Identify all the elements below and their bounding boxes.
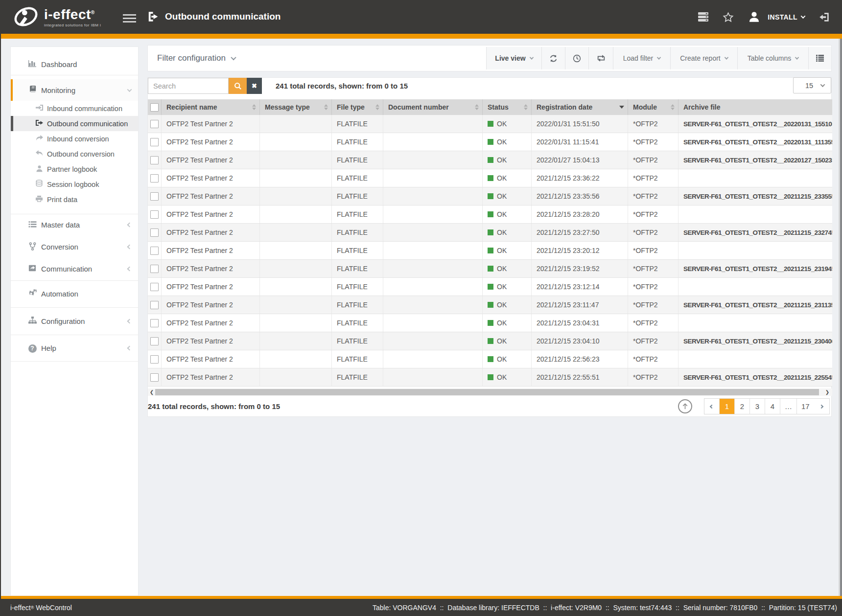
column-header-module[interactable]: Module	[628, 99, 678, 115]
table-header-row: Recipient name Message type File type Do…	[148, 99, 832, 115]
cell-status: OK	[483, 368, 532, 386]
column-header-file-type[interactable]: File type	[332, 99, 383, 115]
table-row[interactable]: OFTP2 Test Partner 2 FLATFILE OK 2021/12…	[148, 332, 832, 350]
sidebar-item-inbound-communication[interactable]: Inbound communication	[11, 101, 138, 116]
next-page-button[interactable]	[814, 399, 829, 414]
search-button[interactable]	[229, 78, 247, 94]
clear-search-button[interactable]: ✖	[247, 78, 262, 94]
select-all-checkbox[interactable]	[148, 99, 162, 115]
row-checkbox[interactable]	[148, 350, 162, 368]
user-menu[interactable]: INSTALL	[748, 10, 805, 23]
scroll-to-top-button[interactable]	[678, 399, 692, 413]
scroll-left-arrow[interactable]: ❮	[149, 388, 155, 396]
row-checkbox[interactable]	[148, 296, 162, 314]
sidebar-item-configuration[interactable]: Configuration	[11, 307, 138, 335]
cell-module: *OFTP2	[628, 296, 678, 314]
table-row[interactable]: OFTP2 Test Partner 2 FLATFILE OK 2021/12…	[148, 260, 832, 278]
sidebar-item-dashboard[interactable]: Dashboard	[11, 53, 138, 75]
row-checkbox[interactable]	[148, 314, 162, 332]
page-button-3[interactable]: 3	[750, 399, 765, 414]
row-checkbox[interactable]	[148, 278, 162, 296]
page-button-1[interactable]: 1	[720, 399, 735, 414]
row-checkbox[interactable]	[148, 332, 162, 350]
table-row[interactable]: OFTP2 Test Partner 2 FLATFILE OK 2022/01…	[148, 151, 832, 169]
table-row[interactable]: OFTP2 Test Partner 2 FLATFILE OK 2021/12…	[148, 242, 832, 260]
page-button-17[interactable]: 17	[797, 399, 814, 414]
row-checkbox[interactable]	[148, 368, 162, 386]
table-row[interactable]: OFTP2 Test Partner 2 FLATFILE OK 2021/12…	[148, 350, 832, 368]
sidebar-item-help[interactable]: ? Help	[11, 335, 138, 361]
previous-page-button[interactable]	[704, 399, 720, 414]
scrollbar-thumb-vertical[interactable]	[840, 39, 842, 596]
scroll-right-arrow[interactable]: ❯	[824, 388, 830, 396]
table-row[interactable]: OFTP2 Test Partner 2 FLATFILE OK 2021/12…	[148, 169, 832, 187]
table-row[interactable]: OFTP2 Test Partner 2 FLATFILE OK 2021/12…	[148, 224, 832, 242]
column-header-status[interactable]: Status	[483, 99, 532, 115]
sidebar-item-outbound-conversion[interactable]: Outbound conversion	[11, 146, 138, 161]
auto-reload-button[interactable]	[588, 47, 613, 69]
page-size-select[interactable]: 15	[793, 77, 831, 93]
column-header-recipient[interactable]: Recipient name	[162, 99, 260, 115]
filter-configuration-toggle[interactable]: Filter configuration	[157, 46, 235, 71]
search-input[interactable]	[148, 78, 229, 94]
row-checkbox[interactable]	[148, 169, 162, 187]
logout-icon[interactable]	[819, 11, 830, 23]
row-checkbox[interactable]	[148, 224, 162, 241]
table-row[interactable]: OFTP2 Test Partner 2 FLATFILE OK 2021/12…	[148, 296, 832, 314]
server-icon[interactable]	[698, 12, 709, 22]
scrollbar-thumb[interactable]	[155, 389, 819, 395]
column-header-archive-file[interactable]: Archive file	[678, 99, 832, 115]
live-view-button[interactable]: Live view	[486, 47, 541, 69]
sidebar-item-inbound-conversion[interactable]: Inbound conversion	[11, 131, 138, 146]
list-view-button[interactable]	[808, 47, 831, 69]
row-checkbox[interactable]	[148, 242, 162, 259]
column-header-document-number[interactable]: Document number	[383, 99, 483, 115]
table-columns-button[interactable]: Table columns	[737, 47, 808, 69]
horizontal-scrollbar[interactable]: ❮ ❯	[148, 388, 832, 396]
sidebar-item-automation[interactable]: Automation	[11, 280, 138, 307]
row-checkbox[interactable]	[148, 115, 162, 133]
sidebar-item-conversion[interactable]: Conversion	[11, 236, 138, 258]
cell-document-number	[383, 260, 483, 277]
sidebar-item-monitoring[interactable]: Monitoring	[11, 79, 138, 101]
communication-icon	[27, 264, 38, 274]
column-header-registration-date[interactable]: Registration date	[532, 99, 628, 115]
favorites-star-icon[interactable]	[723, 12, 734, 23]
cell-registration-date: 2021/12/15 23:28:20	[532, 205, 628, 223]
row-checkbox[interactable]	[148, 133, 162, 151]
cell-document-number	[383, 224, 483, 241]
sidebar-item-communication[interactable]: Communication	[11, 258, 138, 280]
menu-toggle-icon[interactable]	[123, 14, 136, 23]
table-row[interactable]: OFTP2 Test Partner 2 FLATFILE OK 2021/12…	[148, 278, 832, 296]
create-report-button[interactable]: Create report	[670, 47, 737, 69]
row-checkbox[interactable]	[148, 260, 162, 277]
table-row[interactable]: OFTP2 Test Partner 2 FLATFILE OK 2021/12…	[148, 205, 832, 224]
table-row[interactable]: OFTP2 Test Partner 2 FLATFILE OK 2022/01…	[148, 133, 832, 151]
sidebar-item-master-data[interactable]: Master data	[11, 214, 138, 236]
cell-file-type: FLATFILE	[332, 242, 383, 259]
sidebar-item-outbound-communication[interactable]: Outbound communication	[11, 116, 138, 131]
page-button-2[interactable]: 2	[735, 399, 750, 414]
load-filter-button[interactable]: Load filter	[613, 47, 670, 69]
history-button[interactable]	[565, 47, 588, 69]
row-checkbox[interactable]	[148, 187, 162, 205]
table-row[interactable]: OFTP2 Test Partner 2 FLATFILE OK 2022/01…	[148, 115, 832, 133]
cell-registration-date: 2021/12/15 23:35:56	[532, 187, 628, 205]
page-button-…[interactable]: …	[780, 399, 797, 414]
column-header-message-type[interactable]: Message type	[260, 99, 332, 115]
refresh-button[interactable]	[541, 47, 565, 69]
table-row[interactable]: OFTP2 Test Partner 2 FLATFILE OK 2021/12…	[148, 187, 832, 205]
row-checkbox[interactable]	[148, 205, 162, 223]
sidebar-item-partner-logbook[interactable]: Partner logbook	[11, 161, 138, 177]
sidebar-item-print-data[interactable]: Print data	[11, 192, 138, 207]
app-logo[interactable]: i-effect® integrated solutions for IBM i	[13, 4, 101, 29]
cell-file-type: FLATFILE	[332, 133, 383, 151]
status-ok-indicator	[488, 374, 493, 380]
table-row[interactable]: OFTP2 Test Partner 2 FLATFILE OK 2021/12…	[148, 368, 832, 387]
row-checkbox[interactable]	[148, 151, 162, 169]
table-row[interactable]: OFTP2 Test Partner 2 FLATFILE OK 2021/12…	[148, 314, 832, 332]
page-button-4[interactable]: 4	[765, 399, 780, 414]
cell-module: *OFTP2	[628, 133, 678, 151]
sidebar-item-session-logbook[interactable]: Session logbook	[11, 177, 138, 192]
status-ok-indicator	[488, 193, 493, 199]
